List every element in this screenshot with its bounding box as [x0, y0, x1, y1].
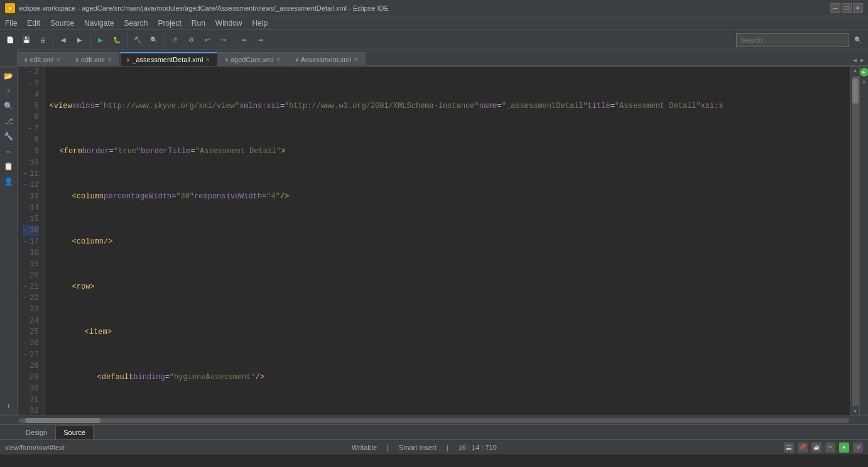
menu-source[interactable]: Source — [45, 16, 79, 30]
code-line-4: <column percentageWidth="30" responsiveW… — [47, 191, 857, 202]
line-num-3: −3 — [23, 78, 39, 89]
status-path: view/form/row/#text — [5, 444, 65, 451]
close-tab-3[interactable]: ✕ — [205, 56, 210, 63]
tab-edit-xml-2[interactable]: x edit.xml ✕ — [68, 52, 119, 66]
status-icon-4[interactable]: ✏ — [825, 443, 835, 453]
line-numbers: −2 −3 4 5 −6 −7 8 9 10 −11 −12 13 14 15 … — [18, 67, 45, 416]
close-button[interactable]: ✕ — [853, 3, 863, 13]
sidebar-icon-7[interactable]: 📋 — [2, 159, 16, 173]
menu-search[interactable]: Search — [119, 16, 153, 30]
status-icon-6[interactable]: ⚙ — [853, 443, 863, 453]
sidebar-icon-bottom-1[interactable]: ⬇ — [2, 399, 16, 413]
maximize-button[interactable]: □ — [842, 3, 852, 13]
editor-area[interactable]: −2 −3 4 5 −6 −7 8 9 10 −11 −12 13 14 15 … — [18, 67, 859, 416]
bottom-tabs: Design Source — [0, 424, 868, 439]
code-line-2: <view xmlns="http://www.skyve.org/xml/vi… — [47, 100, 857, 112]
tab-design[interactable]: Design — [18, 426, 55, 439]
menu-file[interactable]: File — [0, 16, 22, 30]
tab-label-3: _assessmentDetail.xml — [132, 56, 203, 63]
status-bar: view/form/row/#text Writable | Smart Ins… — [0, 439, 868, 454]
navigate-next-button[interactable]: ⇒ — [253, 33, 268, 48]
tab-edit-xml-1[interactable]: x edit.xml ✕ — [18, 52, 68, 66]
line-num-7: −7 — [23, 123, 39, 134]
save-button[interactable]: 💾 — [19, 33, 34, 48]
sidebar-icon-4[interactable]: ⎇ — [2, 114, 16, 128]
line-num-10: 10 — [23, 157, 39, 168]
sidebar-icon-6[interactable]: ✏ — [2, 144, 16, 158]
line-num-29: 29 — [23, 372, 39, 383]
tab-source[interactable]: Source — [55, 426, 94, 439]
close-tab-4[interactable]: ✕ — [276, 56, 281, 63]
menu-project[interactable]: Project — [153, 16, 186, 30]
menu-help[interactable]: Help — [247, 16, 273, 30]
status-icon-2[interactable]: 📌 — [798, 443, 808, 453]
tab-label-5: Assessment.xml — [301, 56, 351, 63]
window-title: eclipse-workspace - agedCare/src/main/ja… — [19, 4, 827, 12]
search-toolbar-button[interactable]: 🔍 — [146, 33, 161, 48]
tab-label-4: agedCare.xml — [231, 56, 273, 63]
minimize-button[interactable]: ─ — [830, 3, 840, 13]
tab-label-2: edit.xml — [81, 56, 105, 63]
forward-button[interactable]: ▶ — [72, 33, 87, 48]
line-num-15: 15 — [23, 213, 39, 225]
horizontal-scrollbar[interactable] — [0, 416, 868, 424]
menu-navigate[interactable]: Navigate — [79, 16, 119, 30]
line-num-30: 30 — [23, 383, 39, 394]
line-num-25: 25 — [23, 326, 39, 338]
toolbar-sep-2 — [90, 34, 90, 46]
code-content[interactable]: <view xmlns="http://www.skyve.org/xml/vi… — [45, 67, 859, 416]
build-button[interactable]: 🔨 — [130, 33, 145, 48]
toolbar-sep-3 — [127, 34, 127, 46]
editor-tabs: x edit.xml ✕ x edit.xml ✕ x _assessmentD… — [0, 50, 868, 67]
run-button[interactable]: ▶ — [93, 33, 108, 48]
tab-assessment[interactable]: x Assessment.xml ✕ — [288, 52, 366, 66]
app-icon: e — [5, 3, 15, 13]
tab-label-1: edit.xml — [30, 56, 54, 63]
status-icon-1[interactable]: 💻 — [784, 443, 794, 453]
redo-button[interactable]: ↪ — [216, 33, 231, 48]
menu-edit[interactable]: Edit — [22, 16, 45, 30]
tab-aged-care[interactable]: x agedCare.xml ✕ — [218, 52, 288, 66]
refresh-button[interactable]: ↺ — [167, 33, 182, 48]
line-num-9: 9 — [23, 146, 39, 157]
tab-assessment-detail[interactable]: x _assessmentDetail.xml ✕ — [120, 52, 218, 66]
sidebar-icon-3[interactable]: 🔍 — [2, 99, 16, 113]
right-panel-icon[interactable]: ⚙ — [862, 79, 865, 85]
line-num-27: −27 — [23, 349, 39, 360]
line-num-13: 13 — [23, 191, 39, 202]
left-sidebar: 📂 ⚡ 🔍 ⎇ 🔧 ✏ 📋 👤 ⬇ — [0, 67, 18, 416]
sidebar-icon-1[interactable]: 📂 — [2, 69, 16, 83]
line-num-28: 28 — [23, 360, 39, 372]
status-icon-5[interactable]: ● — [839, 443, 849, 453]
sidebar-icon-5[interactable]: 🔧 — [2, 129, 16, 143]
search-input[interactable] — [736, 33, 849, 47]
close-tab-5[interactable]: ✕ — [354, 56, 359, 63]
print-button[interactable]: 🖨 — [35, 33, 50, 48]
editor-content: −2 −3 4 5 −6 −7 8 9 10 −11 −12 13 14 15 … — [18, 67, 859, 416]
menu-run[interactable]: Run — [187, 16, 210, 30]
line-num-11: −11 — [23, 168, 39, 180]
close-tab-1[interactable]: ✕ — [56, 56, 61, 63]
toolbar-search-go[interactable]: 🔍 — [850, 33, 865, 48]
menu-window[interactable]: Window — [210, 16, 247, 30]
navigate-prev-button[interactable]: ⇐ — [237, 33, 252, 48]
line-num-16: −16 — [23, 225, 39, 236]
title-bar: e eclipse-workspace - agedCare/src/main/… — [0, 0, 868, 16]
status-icon-3[interactable]: ☕ — [811, 443, 822, 453]
sidebar-icon-2[interactable]: ⚡ — [2, 84, 16, 98]
window-controls[interactable]: ─ □ ✕ — [830, 3, 863, 13]
code-line-8: <default binding="hygieneAssessment"/> — [47, 372, 857, 383]
close-tab-2[interactable]: ✕ — [107, 56, 112, 63]
toolbar-sep-4 — [164, 34, 165, 46]
main-layout: 📂 ⚡ 🔍 ⎇ 🔧 ✏ 📋 👤 ⬇ −2 −3 4 5 −6 −7 8 9 10… — [0, 67, 868, 416]
settings-button[interactable]: ⚙ — [183, 33, 198, 48]
sidebar-icon-8[interactable]: 👤 — [2, 174, 16, 188]
new-file-button[interactable]: 📄 — [3, 33, 18, 48]
back-button[interactable]: ◀ — [56, 33, 71, 48]
debug-button[interactable]: 🐛 — [109, 33, 124, 48]
status-position: 16 : 14 : 710 — [458, 444, 497, 451]
code-line-3: <form border="true" borderTitle="Assessm… — [47, 146, 857, 157]
vertical-scrollbar[interactable]: ▲ ▼ — [850, 67, 859, 416]
play-button[interactable]: ▶ — [860, 68, 869, 77]
undo-button[interactable]: ↩ — [200, 33, 215, 48]
